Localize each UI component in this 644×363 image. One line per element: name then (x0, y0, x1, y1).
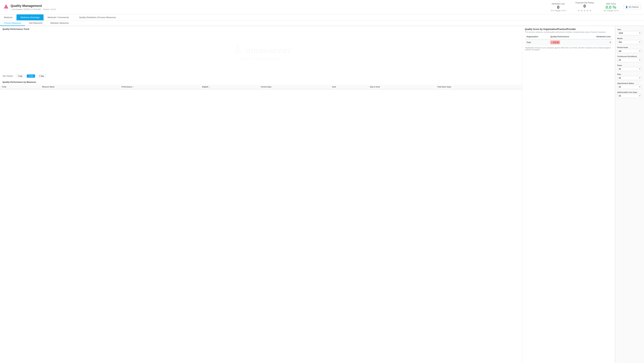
star-rating-label: Star Rating*: (2, 75, 14, 77)
sub-tabs: Process Measures Visit Measures Utilizat… (0, 20, 644, 26)
trend-chart: innovaccer Copyright © Innovaccer, All r… (0, 32, 522, 73)
tab-medicare[interactable]: Medicare (0, 14, 16, 20)
star-4-button[interactable]: 4 Star (27, 74, 35, 78)
attributed-lives-value: 0 (551, 5, 566, 10)
col-gap-to-goal: Gap to Goal (368, 84, 435, 89)
awv-score-label: AWV Score (603, 3, 618, 5)
filter-payer-label: Payer (617, 64, 642, 66)
filter-continuous-enrollment-select[interactable]: All (617, 58, 642, 62)
tab-medicaid-commercial[interactable]: Medicaid / Commercial (44, 14, 73, 20)
header-stats: Attributed Lives 0 YoY Change: 0.0 % Exp… (551, 2, 618, 13)
filter-addressable-care-gaps-label: Addressable Care Gaps (617, 91, 642, 93)
last-updated: Last Updated: 7/6/2022 12:25:50 AM (12, 8, 40, 10)
star-rating-row: Star Rating*: 3 Star 4 Star 5 Star (0, 73, 522, 79)
measures-table: Code Measure Name Performance ▼ Eligible… (0, 84, 522, 89)
org-cell: Total (525, 39, 549, 46)
col-closed-gaps: Closed Gaps (259, 84, 330, 89)
svg-marker-3 (233, 45, 242, 53)
quality-score-section: Quality Score by Organization/Practice/P… (522, 26, 615, 52)
filter-plan-label: Plan (617, 73, 642, 75)
trend-section-title: Quality Performance Trend (0, 26, 522, 32)
filter-month-select[interactable]: JanFebMarApr MayJunJulAug SepOctNovDec (617, 40, 642, 44)
filter-payer-select[interactable]: All (617, 67, 642, 71)
measures-section: Quality Performance by Measures Code Mea… (0, 79, 522, 91)
filter-appointment-status-label: Appointment Status (617, 82, 642, 84)
quality-perf-cell: 0.0 % (549, 39, 584, 46)
logo-area: Quality Management Last Updated: 7/6/202… (3, 4, 58, 10)
filter-payer: Payer All (617, 64, 642, 71)
main-layout: Quality Performance Trend innovaccer Cop… (0, 26, 644, 363)
awv-score-stat: AWV Score 0.0 % YoY Change: 0.0 % (603, 3, 618, 12)
right-panel: Quality Score by Organization/Practice/P… (522, 26, 615, 363)
star-rating-display: ★ ★ ★ ★ ★ (576, 9, 594, 12)
star-2: ★ (580, 9, 583, 12)
watermark-logo-icon (231, 45, 244, 56)
watermark-copyright: Copyright © Innovaccer, All rights reser… (231, 57, 291, 60)
star-3-button[interactable]: 3 Star (16, 74, 24, 78)
awv-score-value: 0.0 % (603, 5, 618, 10)
attributed-lives-label: Attributed Lives (551, 3, 566, 5)
filter-period-mode-label: Period mode (617, 46, 642, 48)
filter-appointment-status: Appointment Status All (617, 82, 642, 89)
filter-continuous-enrollment-label: Continuous Enrollment (617, 56, 642, 57)
col-goal: Goal (330, 84, 368, 89)
attributed-lives-change: YoY Change: 0.0 % (551, 10, 566, 12)
col-org: Organization (525, 34, 549, 39)
left-panel: Quality Performance Trend innovaccer Cop… (0, 26, 522, 363)
score-table-header: Organization Quality Performance Attribu… (525, 34, 612, 39)
filter-addressable-care-gaps: Addressable Care Gaps All (617, 91, 642, 98)
filter-appointment-status-select[interactable]: All (617, 85, 642, 89)
sub-tab-utilization-measures[interactable]: Utilization Measures (46, 20, 73, 26)
svg-point-2 (6, 5, 6, 6)
filter-period-mode-select[interactable]: ytd monthly (617, 49, 642, 53)
col-quality-perf: Quality Performance (549, 34, 584, 39)
expected-star-label: Expected Star Rating (576, 2, 594, 4)
sidebar: Year 2019 2020 2021 2022 Month JanFebMar… (615, 26, 644, 363)
expected-star-stat: Expected Star Rating 0 ★ ★ ★ ★ ★ (576, 2, 594, 13)
attributed-lives-stat: Attributed Lives 0 YoY Change: 0.0 % (551, 3, 566, 12)
star-5: ★ (589, 9, 592, 12)
star-5-button[interactable]: 5 Star (38, 74, 46, 78)
quality-score-title: Quality Score by Organization/Practice/P… (525, 28, 612, 30)
expected-star-value: 0 (576, 4, 594, 8)
my-patients-label: My Patients (628, 6, 639, 8)
sub-tab-visit-measures[interactable]: Visit Measures (25, 20, 46, 26)
col-performance: Performance ▼ (120, 84, 200, 89)
my-patients-icon: 👤 (626, 6, 628, 8)
filter-year-select[interactable]: 2019 2020 2021 2022 (617, 31, 642, 35)
header: Quality Management Last Updated: 7/6/202… (0, 0, 644, 14)
col-code: Code (0, 84, 40, 89)
quality-distribution-label: Quality Distribution (Process Measures) (79, 16, 116, 18)
filter-month: Month JanFebMarApr MayJunJulAug SepOctNo… (617, 38, 642, 44)
highlight-note: *Highlighted measures are compared again… (525, 47, 612, 50)
svg-point-5 (236, 46, 238, 48)
filter-addressable-care-gaps-select[interactable]: All (617, 94, 642, 98)
filter-month-label: Month (617, 38, 642, 40)
sub-tab-process-measures[interactable]: Process Measures (0, 20, 25, 26)
nav-bar: Medicare Medicare Advantage Medicaid / C… (0, 14, 644, 20)
my-patients-button[interactable]: 👤 My Patients (623, 5, 641, 9)
header-meta: Last Updated: 7/6/2022 12:25:50 AM (Vers… (12, 8, 58, 10)
table-row: Total 0.0 % 0 (525, 39, 612, 46)
measures-table-header: Code Measure Name Performance ▼ Eligible… (0, 84, 522, 89)
tab-medicare-advantage[interactable]: Medicare Advantage (16, 14, 44, 20)
quality-note: *For process measures, overall quality p… (525, 31, 612, 33)
filter-period-mode: Period mode ytd monthly (617, 46, 642, 53)
filter-plan-select[interactable]: All (617, 76, 642, 80)
awv-score-change: YoY Change: 0.0 % (603, 10, 618, 12)
col-attr-lives: Attributed Lives (584, 34, 612, 39)
attr-lives-cell: 0 (584, 39, 612, 46)
col-measure-name: Measure Name (40, 84, 120, 89)
filter-year: Year 2019 2020 2021 2022 (617, 28, 642, 35)
nav-tabs: Medicare Medicare Advantage Medicaid / C… (0, 14, 73, 20)
watermark: innovaccer Copyright © Innovaccer, All r… (231, 45, 291, 60)
filter-plan: Plan All (617, 73, 642, 80)
star-4: ★ (586, 9, 589, 12)
watermark-text: innovaccer (246, 46, 291, 55)
filter-continuous-enrollment: Continuous Enrollment All (617, 56, 642, 62)
version: (Version: v3.2.0) (43, 8, 56, 10)
quality-perf-value: 0.0 % (550, 40, 560, 44)
score-table: Organization Quality Performance Attribu… (525, 34, 612, 46)
star-1: ★ (578, 9, 580, 12)
svg-marker-4 (234, 48, 240, 53)
